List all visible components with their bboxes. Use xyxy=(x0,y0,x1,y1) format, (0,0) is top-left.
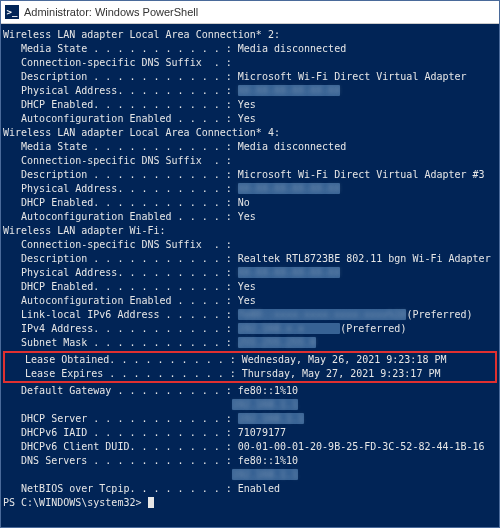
terminal-output[interactable]: Wireless LAN adapter Local Area Connecti… xyxy=(1,24,499,527)
cursor xyxy=(148,497,154,508)
lease-highlight-box: Lease Obtained. . . . . . . . . . : Wedn… xyxy=(3,351,497,383)
powershell-window: >_ Administrator: Windows PowerShell Wir… xyxy=(0,0,500,528)
title-bar[interactable]: >_ Administrator: Windows PowerShell xyxy=(1,1,499,24)
prompt-line[interactable]: PS C:\WINDOWS\system32> xyxy=(3,496,497,510)
powershell-icon: >_ xyxy=(5,5,19,19)
window-title: Administrator: Windows PowerShell xyxy=(24,6,198,18)
